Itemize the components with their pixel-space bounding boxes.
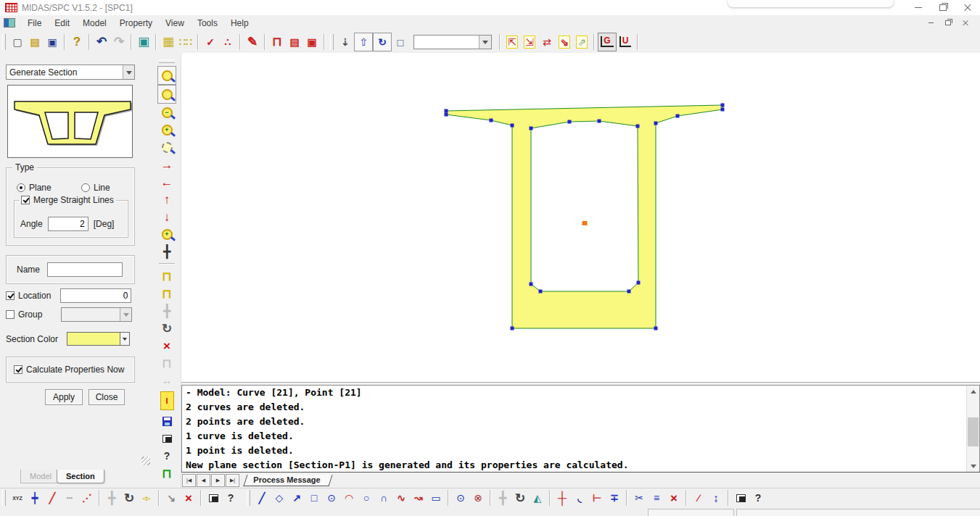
generate-section-icon[interactable]: ⊓ (158, 267, 176, 285)
checkbox-icon[interactable] (21, 196, 30, 204)
grid-snap-icon[interactable]: ∷∷ (177, 33, 194, 51)
snap-intersection-icon[interactable]: ⇘ (556, 33, 573, 51)
translate-section-icon[interactable]: ╋ (158, 302, 176, 320)
export-section-icon[interactable] (158, 430, 176, 447)
draw-ellipse-icon[interactable]: ○ (358, 489, 375, 507)
merge-straight-lines-checkbox[interactable]: Merge Straight Lines (19, 195, 116, 205)
snap-point-icon[interactable]: ⇱ (503, 33, 521, 51)
panel-resize-grip[interactable] (141, 457, 150, 465)
radio-plane[interactable]: Plane (17, 183, 52, 193)
tab-model[interactable]: Model (20, 470, 61, 483)
select-points-icon[interactable]: ∴ (219, 33, 236, 51)
point-on-segment-icon[interactable]: ╱ (44, 489, 61, 507)
offset-icon[interactable]: ∓ (606, 489, 623, 507)
menu-tools[interactable]: Tools (191, 18, 224, 28)
vertex-marker[interactable] (445, 113, 448, 117)
export-curve-icon[interactable] (732, 489, 749, 507)
export-point-icon[interactable] (205, 489, 222, 507)
rotate-curve-icon[interactable]: ↻ (511, 489, 529, 507)
zoom-fit-icon[interactable] (157, 85, 176, 104)
snap-endpoint-icon[interactable]: ⇲ (521, 33, 538, 51)
mdi-restore-button[interactable] (939, 17, 957, 30)
intersect-icon[interactable]: ┼ (553, 489, 571, 507)
ucs-axis-icon[interactable]: U (617, 33, 634, 51)
scrollbar-thumb[interactable] (968, 417, 979, 446)
apply-button[interactable]: Apply (45, 389, 83, 405)
draw-spline-icon[interactable]: ∿ (392, 489, 410, 507)
selection-combobox[interactable] (413, 35, 492, 49)
close-button[interactable] (955, 0, 980, 15)
minimize-button[interactable] (906, 0, 931, 15)
gcs-axis-icon[interactable]: G (598, 33, 617, 51)
toolbar-drag-handle[interactable] (247, 490, 250, 506)
menu-help[interactable]: Help (224, 18, 255, 28)
draw-section-icon[interactable]: ✎ (244, 33, 261, 51)
vertex-marker[interactable] (539, 290, 543, 294)
vertex-marker[interactable] (511, 124, 514, 128)
checkbox-icon[interactable] (14, 365, 22, 374)
save-section-icon[interactable] (158, 412, 176, 430)
delete-curve-icon[interactable]: × (158, 337, 176, 354)
toolbar-drag-handle[interactable] (2, 34, 6, 50)
angle-input[interactable] (48, 217, 88, 231)
zoom-in-icon[interactable]: + (158, 121, 176, 138)
rotate-section-icon[interactable]: ↻ (158, 320, 176, 337)
undo-icon[interactable]: ↶ (93, 33, 110, 51)
point-on-line-icon[interactable]: ┿ (26, 489, 44, 507)
chevron-down-icon[interactable] (479, 36, 491, 49)
resize-section-icon[interactable]: ↔ (158, 372, 176, 389)
section-inner-void[interactable] (531, 121, 638, 291)
radio-icon[interactable] (81, 183, 90, 192)
section-save-icon[interactable]: ▣ (303, 33, 321, 51)
tab-process-message[interactable]: Process Message (243, 475, 333, 486)
delete-section-icon[interactable]: ⊓ (158, 354, 176, 372)
location-input[interactable] (60, 288, 131, 303)
calc-property-icon[interactable]: I (160, 391, 174, 410)
vertex-marker[interactable] (490, 119, 493, 122)
draw-curve-icon[interactable]: ↝ (410, 489, 427, 507)
point-offset-icon[interactable]: ⋰ (78, 489, 96, 507)
next-tab-button[interactable]: ▶ (211, 474, 225, 487)
render-rotate-icon[interactable]: ↻ (373, 33, 392, 51)
mdi-close-button[interactable] (957, 17, 974, 30)
section-shape-icon[interactable]: ⊓ (268, 33, 286, 51)
vertex-marker[interactable] (721, 108, 725, 112)
point-divide-icon[interactable]: ┅ (61, 489, 78, 507)
first-tab-button[interactable]: |◀ (182, 474, 196, 487)
menu-model[interactable]: Model (76, 18, 113, 28)
vertex-marker[interactable] (445, 109, 448, 113)
zoom-window-icon[interactable] (157, 66, 176, 85)
pan-right-icon[interactable]: → (158, 156, 176, 173)
last-tab-button[interactable]: ▶| (226, 474, 239, 487)
menu-view[interactable]: View (159, 18, 191, 28)
draw-line-icon[interactable]: ╱ (253, 489, 271, 507)
name-input[interactable] (47, 262, 123, 277)
calc-properties-checkbox[interactable]: Calculate Properties Now (14, 365, 124, 375)
import-section-icon[interactable]: ⊓ (158, 465, 176, 482)
merge-point-icon[interactable]: ↘ (162, 489, 180, 507)
fillet-icon[interactable]: ◟ (571, 489, 588, 507)
new-file-icon[interactable]: ▢ (9, 33, 26, 51)
circle-delete-icon[interactable]: ⊗ (469, 489, 487, 507)
restore-button[interactable] (931, 0, 955, 15)
help-icon[interactable]: ? (68, 33, 86, 51)
draw-polygon-icon[interactable]: ◇ (271, 489, 288, 507)
render-shrink-icon[interactable]: ⇣ (337, 33, 354, 51)
menu-property[interactable]: Property (113, 18, 159, 28)
pan-down-icon[interactable]: ↓ (158, 208, 176, 225)
snap-nearest-icon[interactable]: ⇗ (573, 33, 590, 51)
mdi-minimize-button[interactable] (922, 17, 939, 30)
pan-up-icon[interactable]: ↑ (158, 191, 176, 208)
align-icon[interactable]: ≡ (648, 489, 665, 507)
move-point-icon[interactable]: ╋ (103, 489, 120, 507)
group-combobox[interactable] (61, 307, 132, 322)
zoom-out-icon[interactable]: − (158, 104, 176, 121)
scroll-up-icon[interactable] (967, 386, 979, 397)
vertex-marker[interactable] (654, 122, 658, 125)
menu-file[interactable]: File (21, 18, 48, 28)
centroid-marker[interactable] (582, 221, 588, 225)
pan-move-icon[interactable]: ╋ (158, 243, 176, 260)
query-curve-icon[interactable]: ? (749, 489, 767, 507)
mirror-curve-icon[interactable]: ◭ (529, 489, 546, 507)
vertex-marker[interactable] (637, 281, 641, 285)
